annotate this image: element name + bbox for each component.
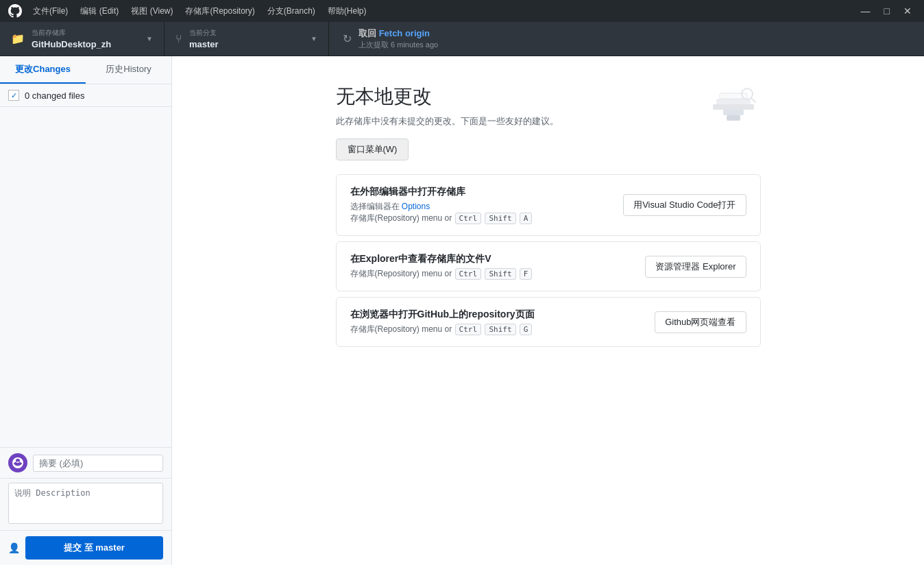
changed-files-count: 0 changed files [25, 91, 84, 101]
svg-line-6 [751, 98, 755, 102]
commit-area: 👤 提交 至 master [0, 447, 171, 565]
commit-description-input[interactable] [8, 483, 163, 524]
fetch-origin-button[interactable]: ↻ 取回 Fetch origin 上次提取 6 minutes ago [329, 22, 452, 56]
editor-options-link[interactable]: Options [402, 202, 430, 211]
browser-shortcut-ctrl: Ctrl [455, 324, 482, 335]
no-changes-section: 无本地更改 此存储库中没有未提交的更改。下面是一些友好的建议。 窗口菜单(W) [336, 84, 761, 160]
window-controls: — □ ✕ [857, 4, 916, 18]
browser-shortcut-prefix: 存储库(Repository) menu or [350, 324, 454, 334]
select-all-checkbox[interactable]: ✓ [8, 90, 19, 101]
maximize-button[interactable]: □ [880, 4, 894, 18]
main-content: 无本地更改 此存储库中没有未提交的更改。下面是一些友好的建议。 窗口菜单(W) [172, 56, 924, 565]
branch-name: master [189, 39, 219, 49]
explorer-shortcut-shift: Shift [485, 268, 515, 280]
close-button[interactable]: ✕ [899, 4, 916, 18]
no-changes-text: 无本地更改 此存储库中没有未提交的更改。下面是一些友好的建议。 窗口菜单(W) [336, 84, 692, 160]
open-in-browser-button[interactable]: Github网页端查看 [655, 311, 746, 333]
menu-help[interactable]: 帮助(Help) [322, 3, 372, 20]
action-card-explorer-shortcut: 存储库(Repository) menu or Ctrl Shift F [350, 268, 533, 280]
titlebar: 文件(File) 编辑 (Edit) 视图 (View) 存储库(Reposit… [0, 0, 924, 22]
menu-file[interactable]: 文件(File) [27, 3, 73, 20]
no-changes-title: 无本地更改 [336, 84, 692, 110]
menu-branch[interactable]: 分支(Branch) [262, 3, 321, 20]
open-in-editor-button[interactable]: 用Visual Studio Code打开 [623, 194, 746, 216]
svg-rect-3 [723, 110, 744, 115]
fetch-action: 取回 [358, 28, 379, 38]
github-logo-icon [8, 4, 22, 18]
repo-name: GitHubDesktop_zh [32, 39, 111, 49]
editor-shortcut-ctrl: Ctrl [455, 213, 482, 224]
commit-description-area [0, 479, 171, 531]
toolbar: 📁 当前存储库 GitHubDesktop_zh ▼ ⑂ 当前分支 master… [0, 22, 924, 56]
menu-edit[interactable]: 编辑 (Edit) [75, 3, 124, 20]
action-card-editor-shortcut: 存储库(Repository) menu or Ctrl Shift A [350, 213, 533, 224]
fetch-info: 取回 Fetch origin 上次提取 6 minutes ago [358, 27, 438, 50]
sidebar: 更改Changes 历史History ✓ 0 changed files [0, 56, 172, 565]
browser-shortcut-g: G [520, 324, 533, 335]
no-changes-subtitle: 此存储库中没有未提交的更改。下面是一些友好的建议。 [336, 115, 692, 128]
browser-shortcut-shift: Shift [485, 324, 515, 335]
action-card-explorer-title: 在Explorer中查看存储库的文件V [350, 253, 533, 265]
user-avatar [8, 453, 27, 472]
explorer-shortcut-ctrl: Ctrl [455, 268, 482, 280]
editor-shortcut-prefix: 存储库(Repository) menu or [350, 213, 454, 223]
commit-extra-icon[interactable]: 👤 [8, 542, 20, 553]
minimize-button[interactable]: — [857, 4, 875, 18]
fetch-icon: ↻ [343, 32, 352, 45]
open-pr-button[interactable]: 窗口菜单(W) [336, 139, 409, 160]
editor-shortcut-a: A [520, 213, 533, 224]
files-list [0, 107, 171, 447]
titlebar-menu: 文件(File) 编辑 (Edit) 视图 (View) 存储库(Reposit… [27, 3, 372, 20]
current-repo-section[interactable]: 📁 当前存储库 GitHubDesktop_zh ▼ [0, 22, 165, 56]
commit-summary-input[interactable] [33, 455, 163, 472]
fetch-origin-text: Fetch origin [379, 28, 430, 38]
action-card-explorer-info: 在Explorer中查看存储库的文件V 存储库(Repository) menu… [350, 253, 533, 280]
editor-desc-prefix: 选择编辑器在 [350, 202, 402, 211]
action-card-browser-shortcut: 存储库(Repository) menu or Ctrl Shift G [350, 324, 535, 335]
current-branch-section[interactable]: ⑂ 当前分支 master ▼ [165, 22, 329, 56]
fetch-subtitle: 上次提取 6 minutes ago [358, 40, 438, 50]
open-in-explorer-button[interactable]: 资源管理器 Explorer [645, 256, 746, 278]
repo-label: 当前存储库 [32, 28, 111, 38]
action-card-browser-title: 在浏览器中打开GitHub上的repository页面 [350, 309, 535, 321]
changed-files-bar: ✓ 0 changed files [0, 84, 171, 107]
no-changes-illustration [706, 84, 761, 134]
branch-icon: ⑂ [175, 33, 182, 45]
action-card-editor-title: 在外部编辑器中打开存储库 [350, 186, 533, 198]
svg-rect-4 [727, 115, 740, 121]
action-card-editor: 在外部编辑器中打开存储库 选择编辑器在 Options 存储库(Reposito… [336, 174, 761, 236]
action-card-browser: 在浏览器中打开GitHub上的repository页面 存储库(Reposito… [336, 297, 761, 347]
action-card-explorer: 在Explorer中查看存储库的文件V 存储库(Repository) menu… [336, 241, 761, 291]
editor-shortcut-shift: Shift [485, 213, 515, 224]
action-card-editor-info: 在外部编辑器中打开存储库 选择编辑器在 Options 存储库(Reposito… [350, 186, 533, 224]
fetch-title: 取回 Fetch origin [358, 27, 438, 40]
menu-view[interactable]: 视图 (View) [125, 3, 178, 20]
sidebar-tabs: 更改Changes 历史History [0, 56, 171, 84]
action-card-editor-desc: 选择编辑器在 Options [350, 201, 533, 213]
branch-info: 当前分支 master [189, 28, 219, 49]
tab-changes[interactable]: 更改Changes [0, 56, 86, 84]
action-card-browser-info: 在浏览器中打开GitHub上的repository页面 存储库(Reposito… [350, 309, 535, 335]
repo-icon: 📁 [11, 32, 25, 45]
repo-chevron-icon: ▼ [146, 35, 153, 43]
commit-footer: 👤 提交 至 master [0, 531, 171, 565]
commit-button[interactable]: 提交 至 master [25, 536, 163, 560]
svg-rect-0 [713, 104, 754, 110]
action-cards: 在外部编辑器中打开存储库 选择编辑器在 Options 存储库(Reposito… [336, 174, 761, 352]
tab-history[interactable]: 历史History [86, 56, 171, 84]
branch-label: 当前分支 [189, 28, 219, 38]
branch-chevron-icon: ▼ [311, 35, 317, 43]
explorer-shortcut-f: F [520, 268, 533, 280]
explorer-shortcut-prefix: 存储库(Repository) menu or [350, 269, 454, 278]
commit-summary-row [0, 448, 171, 479]
titlebar-left: 文件(File) 编辑 (Edit) 视图 (View) 存储库(Reposit… [8, 3, 372, 20]
menu-repository[interactable]: 存储库(Repository) [180, 3, 260, 20]
repo-info: 当前存储库 GitHubDesktop_zh [32, 28, 111, 49]
app-body: 更改Changes 历史History ✓ 0 changed files [0, 56, 924, 565]
